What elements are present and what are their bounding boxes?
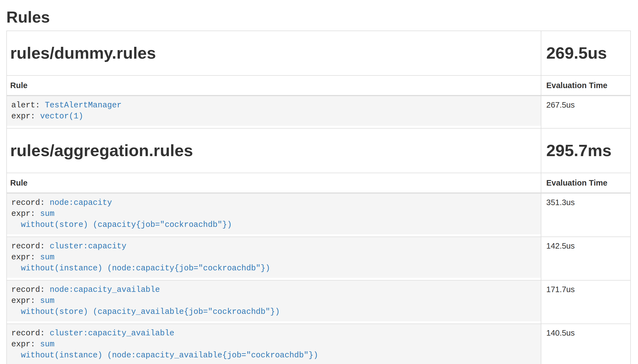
columns-header-row: RuleEvaluation Time [7, 173, 631, 193]
rule-column-header: Rule [10, 178, 28, 187]
rule-kind-label: record: [11, 329, 45, 338]
rule-expr-link[interactable]: sum without(store) (capacity_available{j… [11, 296, 280, 316]
rule-kind-label: record: [11, 285, 45, 294]
rule-group-eval-cell: 295.7ms [541, 128, 631, 173]
rule-expr-link[interactable]: sum without(store) (capacity{job="cockro… [11, 209, 232, 229]
rule-cell: record: cluster:capacity expr: sum witho… [7, 237, 541, 280]
rule-code-block: alert: TestAlertManager expr: vector(1) [7, 96, 541, 126]
rule-row: record: cluster:capacity expr: sum witho… [7, 237, 631, 280]
rule-expr-label: expr: [11, 209, 35, 218]
rule-kind-label: record: [11, 242, 45, 251]
rule-name-link[interactable]: node:capacity [50, 198, 112, 207]
rule-evaluation-time: 267.5us [541, 96, 631, 128]
rule-row: alert: TestAlertManager expr: vector(1)2… [7, 96, 631, 128]
rule-group-header-row: rules/dummy.rules269.5us [7, 31, 631, 75]
rule-code-block: record: node:capacity expr: sum without(… [7, 194, 541, 234]
rule-group-evaluation-duration: 269.5us [546, 44, 630, 62]
rule-group-evaluation-duration: 295.7ms [546, 142, 630, 160]
rule-code-block: record: node:capacity_available expr: su… [7, 281, 541, 321]
rule-group-name-cell: rules/aggregation.rules [7, 128, 541, 173]
rule-cell: record: node:capacity expr: sum without(… [7, 193, 541, 237]
rule-cell: record: cluster:capacity_available expr:… [7, 324, 541, 364]
rule-column-header-cell: Rule [7, 173, 541, 193]
rule-expr-label: expr: [11, 253, 35, 262]
rules-table: rules/dummy.rules269.5usRuleEvaluation T… [6, 31, 631, 364]
rule-column-header: Rule [10, 81, 28, 90]
rule-evaluation-time: 140.5us [541, 324, 631, 364]
rule-kind-label: alert: [11, 101, 40, 110]
rule-expr-link[interactable]: vector(1) [40, 112, 83, 121]
rules-table-body: rules/dummy.rules269.5usRuleEvaluation T… [7, 31, 631, 364]
eval-time-column-header-cell: Evaluation Time [541, 75, 631, 96]
rule-expr-label: expr: [11, 296, 35, 305]
rule-row: record: node:capacity_available expr: su… [7, 280, 631, 324]
rule-expr-label: expr: [11, 112, 35, 121]
rule-evaluation-time: 142.5us [541, 237, 631, 280]
rules-page: Rules rules/dummy.rules269.5usRuleEvalua… [6, 8, 631, 364]
page-title: Rules [6, 8, 631, 26]
rule-expr-link[interactable]: sum without(instance) (node:capacity{job… [11, 253, 270, 273]
rule-group-file: rules/aggregation.rules [10, 142, 541, 160]
rule-kind-label: record: [11, 198, 45, 207]
rule-name-link[interactable]: node:capacity_available [50, 285, 160, 294]
rule-name-link[interactable]: cluster:capacity [50, 242, 126, 251]
rule-evaluation-time: 351.3us [541, 193, 631, 237]
rule-group-name-cell: rules/dummy.rules [7, 31, 541, 75]
rule-group-header-row: rules/aggregation.rules295.7ms [7, 128, 631, 173]
columns-header-row: RuleEvaluation Time [7, 75, 631, 96]
eval-time-column-header: Evaluation Time [546, 178, 607, 187]
eval-time-column-header-cell: Evaluation Time [541, 173, 631, 193]
rule-code-block: record: cluster:capacity expr: sum witho… [7, 237, 541, 278]
rule-cell: alert: TestAlertManager expr: vector(1) [7, 96, 541, 128]
rule-group-eval-cell: 269.5us [541, 31, 631, 75]
rule-cell: record: node:capacity_available expr: su… [7, 280, 541, 324]
rule-evaluation-time: 171.7us [541, 280, 631, 324]
rule-name-link[interactable]: cluster:capacity_available [50, 329, 174, 338]
rule-expr-label: expr: [11, 340, 35, 349]
rule-expr-link[interactable]: sum without(instance) (node:capacity_ava… [11, 340, 318, 360]
eval-time-column-header: Evaluation Time [546, 81, 607, 90]
rule-group-file: rules/dummy.rules [10, 44, 541, 62]
rule-name-link[interactable]: TestAlertManager [45, 101, 121, 110]
rule-row: record: cluster:capacity_available expr:… [7, 324, 631, 364]
rule-column-header-cell: Rule [7, 75, 541, 96]
rule-row: record: node:capacity expr: sum without(… [7, 193, 631, 237]
rule-code-block: record: cluster:capacity_available expr:… [7, 324, 541, 364]
